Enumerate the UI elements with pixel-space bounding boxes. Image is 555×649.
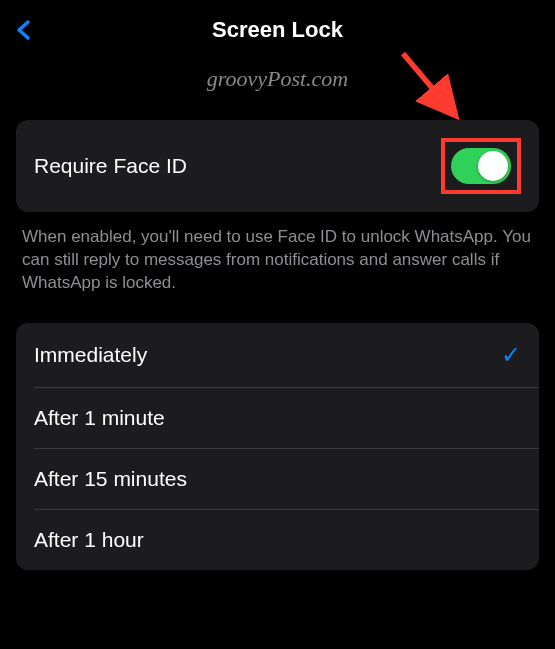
back-button[interactable] <box>12 16 40 44</box>
toggle-highlight-box <box>441 138 521 194</box>
require-face-id-label: Require Face ID <box>34 154 187 178</box>
time-option-immediately[interactable]: Immediately ✓ <box>16 323 539 387</box>
time-option-label: After 1 hour <box>34 528 144 552</box>
time-option-label: After 1 minute <box>34 406 165 430</box>
time-option-15-minutes[interactable]: After 15 minutes <box>16 449 539 509</box>
require-face-id-toggle[interactable] <box>451 148 511 184</box>
toggle-knob <box>478 151 508 181</box>
time-options-list: Immediately ✓ After 1 minute After 15 mi… <box>16 323 539 570</box>
watermark: groovyPost.com <box>0 66 555 92</box>
checkmark-icon: ✓ <box>501 341 521 369</box>
time-option-label: After 15 minutes <box>34 467 187 491</box>
require-face-id-row: Require Face ID <box>16 120 539 212</box>
face-id-description: When enabled, you'll need to use Face ID… <box>22 226 533 295</box>
time-option-1-hour[interactable]: After 1 hour <box>16 510 539 570</box>
time-option-label: Immediately <box>34 343 147 367</box>
header: Screen Lock <box>0 0 555 60</box>
chevron-left-icon <box>12 16 36 44</box>
page-title: Screen Lock <box>212 17 343 43</box>
time-option-1-minute[interactable]: After 1 minute <box>16 388 539 448</box>
